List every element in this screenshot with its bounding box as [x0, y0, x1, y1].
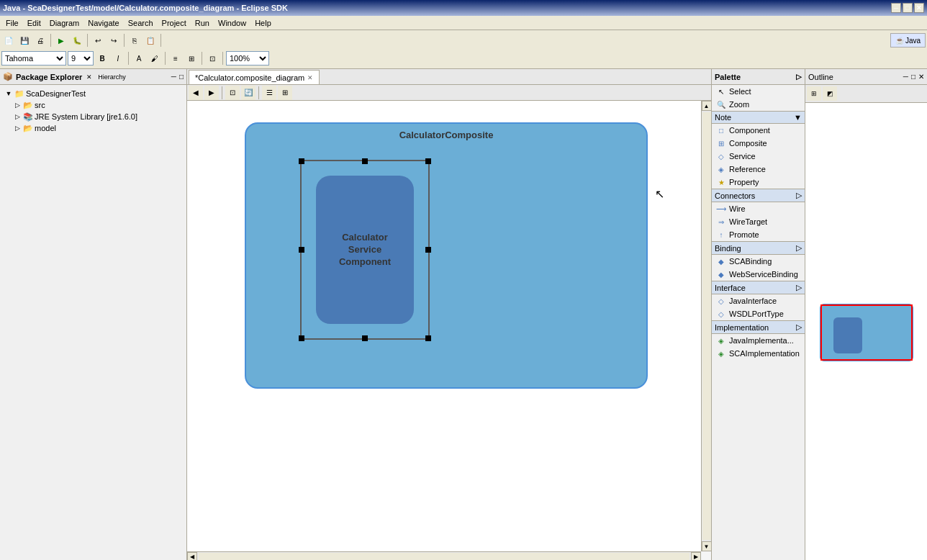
print-button[interactable]: 🖨	[33, 33, 48, 48]
tree-item-jre[interactable]: ▷ 📚 JRE System Library [jre1.6.0]	[3, 111, 184, 122]
font-color-button[interactable]: A	[132, 51, 146, 66]
tree-item-model[interactable]: ▷ 📂 model	[3, 122, 184, 134]
palette-interface-section[interactable]: Interface ▷	[712, 281, 805, 294]
diagram-forward[interactable]: ▶	[204, 86, 219, 100]
component-icon: □	[716, 125, 726, 135]
palette-scabinding[interactable]: ◆ SCABinding	[712, 255, 805, 268]
new-button[interactable]: 📄	[1, 33, 16, 48]
palette-wire[interactable]: ⟶ Wire	[712, 202, 805, 215]
vscroll-up[interactable]: ▲	[702, 101, 712, 111]
palette-binding-section[interactable]: Binding ▷	[712, 241, 805, 255]
menu-help[interactable]: Help	[250, 17, 276, 29]
palette-property[interactable]: ★ Property	[712, 176, 805, 189]
distribute-button[interactable]: ⊞	[184, 51, 199, 66]
palette-select[interactable]: ↖ Select	[712, 85, 805, 98]
handle-mr[interactable]	[425, 247, 431, 253]
handle-br[interactable]	[425, 335, 431, 341]
java-perspective[interactable]: ☕Java	[890, 33, 926, 48]
menu-navigate[interactable]: Navigate	[83, 17, 123, 29]
expand-model[interactable]: ▷	[13, 124, 22, 132]
diagram-fit[interactable]: ⊡	[225, 86, 240, 100]
diagram-hscroll[interactable]: ◀ ▶	[187, 551, 701, 560]
diagram-grid[interactable]: ⊞	[278, 86, 292, 100]
paste-button[interactable]: 📋	[143, 33, 158, 48]
outline-canvas	[805, 103, 927, 560]
handle-bl[interactable]	[299, 335, 304, 341]
minimize-button[interactable]: ─	[891, 3, 901, 13]
window-controls[interactable]: ─ □ ✕	[891, 3, 924, 13]
diagram-vscroll[interactable]: ▲ ▼	[701, 101, 711, 551]
hscroll-left[interactable]: ◀	[187, 552, 197, 561]
debug-button[interactable]: 🐛	[70, 33, 84, 48]
palette-component[interactable]: □ Component	[712, 124, 805, 137]
palette-note-section[interactable]: Note ▼	[712, 111, 805, 124]
left-panel-minimize[interactable]: ─	[171, 73, 176, 81]
outline-btn2[interactable]: ◩	[823, 86, 837, 101]
menu-run[interactable]: Run	[191, 17, 214, 29]
palette-javaiface[interactable]: ◇ JavaInterface	[712, 294, 805, 307]
tree-item-src[interactable]: ▷ 📂 src	[3, 99, 184, 111]
vscroll-down[interactable]: ▼	[702, 541, 712, 551]
editor-tab-calculator[interactable]: *Calculator.composite_diagram ✕	[189, 70, 320, 84]
palette-promote[interactable]: ↑ Promote	[712, 228, 805, 241]
palette-wsb[interactable]: ◆ WebServiceBinding	[712, 268, 805, 281]
expand-scadesignertest[interactable]: ▼	[4, 89, 13, 98]
fill-color-button[interactable]: 🖌	[148, 51, 162, 66]
hierarchy-tab[interactable]: Hierarchy	[98, 73, 126, 81]
menu-diagram[interactable]: Diagram	[45, 17, 84, 29]
menu-project[interactable]: Project	[158, 17, 191, 29]
expand-src[interactable]: ▷	[13, 101, 22, 109]
outline-minimize[interactable]: ─	[903, 73, 908, 81]
maximize-button[interactable]: □	[903, 3, 913, 13]
palette-wsdl[interactable]: ◇ WSDLPortType	[712, 307, 805, 320]
outline-btn1[interactable]: ⊞	[807, 86, 821, 101]
left-panel-maximize[interactable]: □	[179, 73, 184, 81]
editor-tab-close[interactable]: ✕	[307, 74, 313, 81]
expand-jre[interactable]: ▷	[13, 112, 22, 121]
handle-tl[interactable]	[299, 158, 304, 164]
palette-scaimpl[interactable]: ◈ SCAImplementation	[712, 347, 805, 360]
handle-ml[interactable]	[299, 247, 304, 253]
undo-button[interactable]: ↩	[91, 33, 105, 48]
palette-connectors-section[interactable]: Connectors ▷	[712, 189, 805, 202]
redo-button[interactable]: ↪	[107, 33, 121, 48]
palette-impl-section[interactable]: Implementation ▷	[712, 320, 805, 334]
palette-wiretarget[interactable]: ⇒ WireTarget	[712, 215, 805, 228]
diagram-layout[interactable]: ☰	[262, 86, 276, 100]
menu-window[interactable]: Window	[214, 17, 250, 29]
italic-button[interactable]: I	[111, 51, 125, 66]
palette-collapse[interactable]: ▷	[796, 73, 802, 81]
close-button[interactable]: ✕	[914, 3, 924, 13]
palette-composite[interactable]: ⊞ Composite	[712, 137, 805, 150]
palette-reference[interactable]: ◈ Reference	[712, 163, 805, 176]
hscroll-right[interactable]: ▶	[691, 552, 701, 561]
package-explorer-close[interactable]: ✕	[86, 73, 92, 81]
zoom-select[interactable]: 100%	[226, 51, 269, 66]
menu-edit[interactable]: Edit	[23, 17, 45, 29]
handle-tr[interactable]	[425, 158, 431, 164]
copy-button[interactable]: ⎘	[127, 33, 142, 48]
menu-search[interactable]: Search	[124, 17, 158, 29]
diagram-back[interactable]: ◀	[189, 86, 203, 100]
zoom-fit-button[interactable]: ⊡	[205, 51, 220, 66]
palette-javaimpl[interactable]: ◈ JavaImplementa...	[712, 334, 805, 347]
outline-maximize[interactable]: □	[911, 73, 915, 81]
handle-bm[interactable]	[362, 335, 368, 341]
diagram-canvas[interactable]: CalculatorComposite CalculatorServ	[187, 101, 701, 551]
outline-close[interactable]: ✕	[918, 73, 924, 81]
align-button[interactable]: ≡	[168, 51, 183, 66]
component-box[interactable]: CalculatorServiceComponent	[300, 160, 430, 340]
palette-service[interactable]: ◇ Service	[712, 150, 805, 163]
save-button[interactable]: 💾	[17, 33, 32, 48]
palette-zoom[interactable]: 🔍 Zoom	[712, 98, 805, 111]
bold-button[interactable]: B	[95, 51, 109, 66]
menu-file[interactable]: File	[1, 17, 23, 29]
palette-interface-label: Interface	[715, 284, 746, 292]
font-family-select[interactable]: Tahoma	[1, 51, 66, 66]
handle-tm[interactable]	[362, 158, 368, 164]
tree-item-scadesignertest[interactable]: ▼ 📁 ScaDesignerTest	[3, 88, 184, 99]
diagram-refresh[interactable]: 🔄	[241, 86, 256, 100]
font-size-select[interactable]: 9	[68, 51, 94, 66]
composite-shape[interactable]: CalculatorComposite CalculatorServ	[245, 122, 648, 389]
run-button[interactable]: ▶	[54, 33, 68, 48]
